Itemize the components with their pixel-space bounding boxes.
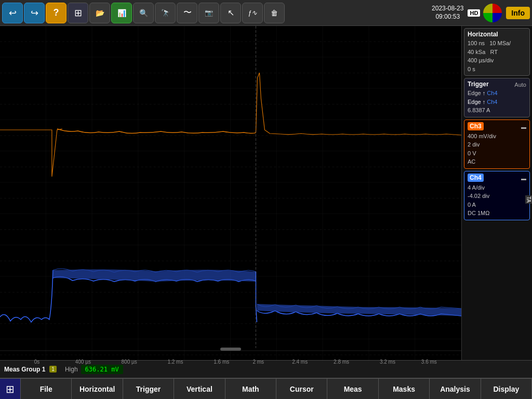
- y-label-8: -2 V: [1, 276, 10, 282]
- ch4-offset-div: -4.02 div: [468, 192, 526, 201]
- menu-math[interactable]: Math: [225, 379, 276, 399]
- ch4-impedance: DC 1MΩ: [468, 209, 526, 218]
- meas-item-value: 636.21 mV: [81, 365, 123, 374]
- help-button[interactable]: ?: [46, 3, 66, 23]
- trigger-mode: Auto: [514, 82, 526, 88]
- menu-trigger[interactable]: Trigger: [123, 379, 174, 399]
- ch3-marker: ▶: [0, 132, 4, 138]
- ch3-title: Ch3: [468, 122, 484, 130]
- measure-button[interactable]: 📊: [111, 3, 132, 23]
- svg-rect-5: [0, 26, 461, 360]
- sample-rate-value: 10 MSa/: [489, 40, 511, 46]
- svg-rect-3: [0, 26, 461, 360]
- delete-button[interactable]: 🗑: [264, 3, 285, 23]
- wave-button[interactable]: 〜: [177, 3, 197, 23]
- div-value: 400 µs/div: [468, 56, 526, 65]
- vout-label: VOUT: [31, 88, 48, 96]
- ch3-offset-v: 0 V: [468, 149, 526, 158]
- acq-rate-value: 40 kSa: [468, 49, 485, 55]
- ch3-minimize[interactable]: ▬: [521, 124, 526, 130]
- ch4-marker: ▶C4: [0, 301, 10, 307]
- ch4-adiv: 4 A/div: [468, 183, 526, 192]
- scroll-indicator[interactable]: [220, 348, 241, 351]
- h-offset-value: 0 s: [468, 65, 526, 74]
- meas-group-label: Meas Group 1: [4, 366, 45, 373]
- y-label-0: 1.2 V: [1, 27, 13, 33]
- svg-rect-4: [0, 26, 461, 360]
- fft-button[interactable]: ƒ∿: [242, 3, 263, 23]
- menu-vertical[interactable]: Vertical: [174, 379, 225, 399]
- ch4-minimize[interactable]: ▬: [521, 176, 526, 181]
- ch3-offset-div: 2 div: [468, 140, 526, 149]
- back-button[interactable]: ↩: [2, 3, 23, 23]
- y-label-2: 400 mV: [1, 89, 19, 95]
- trigger-edge-ch: Edge ↑ Ch4: [468, 98, 526, 107]
- cursor-button[interactable]: ↖: [220, 3, 241, 23]
- y-label-6: -1.2 V: [1, 214, 15, 220]
- forward-button[interactable]: ↪: [24, 3, 45, 23]
- zoom-button[interactable]: 🔍: [133, 3, 154, 23]
- y-label-9: -2.8 V: [1, 322, 15, 328]
- menu-analysis[interactable]: Analysis: [430, 379, 481, 399]
- horizontal-timebase: 100 ns 10 MSa/: [468, 39, 526, 48]
- trigger-type: Edge ↑ Ch4: [468, 89, 526, 98]
- open-button[interactable]: 📂: [89, 3, 110, 23]
- layout-button[interactable]: ⊞: [68, 3, 88, 23]
- menu-masks[interactable]: Masks: [379, 379, 430, 399]
- trigger-level: 6.8387 A: [468, 106, 526, 115]
- menu-bar: ⊞ File Horizontal Trigger Vertical Math …: [0, 378, 532, 399]
- horizontal-panel: Horizontal 100 ns 10 MSa/ 40 kSa RT 400 …: [464, 28, 530, 76]
- iout-label: IOUT: [29, 270, 44, 277]
- meas-item-label: High: [65, 366, 78, 373]
- horizontal-title: Horizontal: [468, 31, 526, 38]
- search-button[interactable]: 🔭: [155, 3, 176, 23]
- datetime-display: 2023-08-23 09:00:53: [432, 5, 463, 21]
- ch3-vdiv: 400 mV/div: [468, 132, 526, 141]
- ch4-offset-a: 0 A: [468, 201, 526, 209]
- menu-cursor[interactable]: Cursor: [276, 379, 327, 399]
- y-label-1: 800 mV: [1, 58, 19, 64]
- y-label-5: -800 mV: [1, 183, 21, 189]
- meas-group-badge: 1: [49, 366, 57, 373]
- menu-horizontal[interactable]: Horizontal: [72, 379, 123, 399]
- main-area: 1.2 V 800 mV 400 mV -400 mV -800 mV -1.2…: [0, 26, 532, 360]
- ta-label: TA: [525, 195, 532, 204]
- hd-badge: HD: [468, 9, 480, 17]
- ch4-title: Ch4: [468, 174, 484, 182]
- svg-rect-6: [0, 26, 461, 360]
- ch3-panel: Ch3 ▬ 400 mV/div 2 div 0 V AC: [464, 119, 530, 169]
- acquire-button[interactable]: 📷: [198, 3, 219, 23]
- horizontal-acq: 40 kSa RT: [468, 48, 526, 57]
- y-label-7: -1.6 V: [1, 245, 15, 251]
- meas-bar: Meas Group 1 1 High 636.21 mV: [0, 360, 532, 378]
- y-label-4: -400 mV: [1, 152, 21, 157]
- menu-home-button[interactable]: ⊞: [0, 379, 21, 399]
- trigger-panel: Trigger Auto Edge ↑ Ch4 Edge ↑ Ch4 6.838…: [464, 78, 530, 117]
- meas-item: High 636.21 mV: [65, 365, 123, 374]
- menu-meas[interactable]: Meas: [327, 379, 378, 399]
- date-label: 2023-08-23: [432, 5, 463, 13]
- ch3-coupling: AC: [468, 157, 526, 166]
- menu-display[interactable]: Display: [481, 379, 532, 399]
- brand-logo: [483, 4, 502, 22]
- ch4-panel: Ch4 ▬ 4 A/div -4.02 div 0 A DC 1MΩ: [464, 171, 530, 220]
- time-label: 09:00:53: [435, 13, 460, 21]
- toolbar: ↩ ↪ ? ⊞ 📂 📊 🔍 🔭 〜 📷 ↖ ƒ∿ 🗑 2023-08-23 09…: [0, 0, 532, 26]
- mode-value: RT: [490, 49, 497, 55]
- time-base-value: 100 ns: [468, 40, 485, 46]
- menu-file[interactable]: File: [21, 379, 72, 399]
- trigger-title: Trigger: [468, 81, 489, 88]
- waveform-svg: [0, 26, 461, 360]
- right-panel: Horizontal 100 ns 10 MSa/ 40 kSa RT 400 …: [462, 26, 532, 360]
- scope-display[interactable]: 1.2 V 800 mV 400 mV -400 mV -800 mV -1.2…: [0, 26, 462, 360]
- info-button[interactable]: Info: [506, 7, 530, 19]
